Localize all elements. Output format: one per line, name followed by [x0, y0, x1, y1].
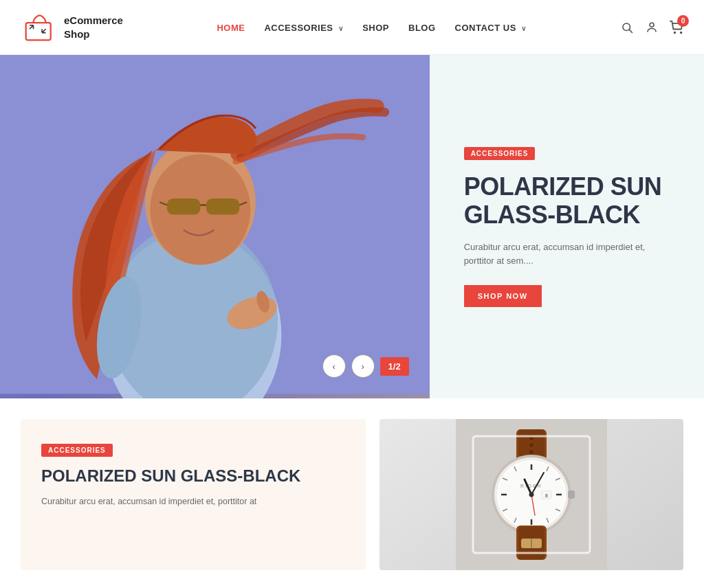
nav-item-contact[interactable]: CONTACT US ∨	[455, 21, 527, 34]
chevron-down-icon: ∨	[521, 25, 527, 32]
hero-woman-svg	[0, 55, 430, 398]
hero-content: ACCESSORIES POLARIZED SUN GLASS-BLACK Cu…	[430, 55, 704, 398]
hero-title: POLARIZED SUN GLASS-BLACK	[464, 172, 662, 229]
arrow-right-icon: ›	[361, 361, 364, 372]
card-category-badge: ACCESSORIES	[41, 444, 113, 457]
chevron-down-icon: ∨	[338, 25, 344, 32]
svg-line-2	[629, 30, 632, 32]
logo[interactable]: eCommerce Shop	[21, 12, 123, 43]
search-icon	[621, 21, 633, 34]
user-icon	[646, 21, 658, 34]
svg-rect-27	[568, 490, 575, 499]
svg-text:8: 8	[545, 493, 548, 498]
card-watch: RIDER 8	[380, 419, 683, 570]
prev-slide-button[interactable]: ‹	[322, 354, 346, 378]
watch-image: RIDER 8	[456, 419, 607, 570]
main-nav: HOME ACCESSORIES ∨ SHOP BLOG CONTACT US …	[217, 21, 526, 34]
header-actions: 0	[620, 21, 683, 34]
user-button[interactable]	[645, 21, 659, 34]
cart-badge: 0	[677, 15, 689, 27]
nav-item-shop[interactable]: SHOP	[362, 21, 389, 34]
card-accessories: ACCESSORIES POLARIZED SUN GLASS-BLACK Cu…	[21, 419, 366, 570]
hero-image: ‹ › 1/2	[0, 55, 430, 398]
logo-text: eCommerce Shop	[64, 14, 123, 41]
nav-item-home[interactable]: HOME	[217, 21, 245, 34]
svg-point-48	[529, 493, 534, 497]
svg-point-4	[674, 32, 676, 33]
logo-icon	[21, 12, 58, 43]
search-button[interactable]	[620, 21, 634, 34]
hero-category-badge: ACCESSORIES	[464, 147, 536, 160]
nav-item-blog[interactable]: BLOG	[408, 21, 436, 34]
svg-rect-12	[206, 199, 239, 215]
cart-button[interactable]: 0	[670, 21, 683, 34]
svg-point-3	[650, 23, 654, 27]
cards-section: ACCESSORIES POLARIZED SUN GLASS-BLACK Cu…	[0, 398, 704, 588]
next-slide-button[interactable]: ›	[351, 354, 375, 378]
shop-now-button[interactable]: SHOP NOW	[464, 285, 542, 307]
svg-point-5	[681, 32, 682, 33]
svg-rect-11	[167, 199, 200, 215]
svg-text:RIDER: RIDER	[520, 484, 542, 488]
site-header: eCommerce Shop HOME ACCESSORIES ∨ SHOP B…	[0, 0, 704, 55]
hero-description: Curabitur arcu erat, accumsan id imperdi…	[464, 240, 657, 269]
hero-section: ‹ › 1/2 ACCESSORIES POLARIZED SUN GLASS-…	[0, 55, 704, 398]
slide-counter: 1/2	[380, 357, 409, 376]
hero-navigation: ‹ › 1/2	[322, 354, 409, 378]
svg-rect-0	[26, 23, 51, 40]
arrow-left-icon: ‹	[332, 361, 335, 372]
nav-item-accessories[interactable]: ACCESSORIES ∨	[264, 21, 343, 34]
svg-point-23	[530, 444, 534, 447]
svg-point-24	[530, 451, 534, 454]
card-description: Curabitur arcu erat, accumsan id imperdi…	[41, 495, 345, 508]
card-title: POLARIZED SUN GLASS-BLACK	[41, 466, 345, 486]
